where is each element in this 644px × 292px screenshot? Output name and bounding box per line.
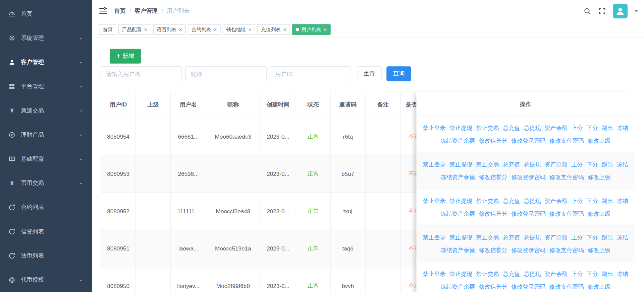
action-modify-credit-score[interactable]: 修改信誉分 <box>479 174 507 181</box>
hamburger-menu-icon[interactable] <box>99 7 108 16</box>
sidebar-item-rapid-trade[interactable]: ¥急速交易 <box>0 98 92 123</box>
close-icon[interactable]: × <box>144 27 147 32</box>
action-total-deposit[interactable]: 总充值 <box>503 125 520 132</box>
action-freeze-asset-balance[interactable]: 冻结资产余额 <box>440 174 475 181</box>
action-deduct-points[interactable]: 下分 <box>587 125 598 132</box>
action-asset-balance[interactable]: 资产余额 <box>545 161 568 168</box>
action-total-withdraw[interactable]: 总提现 <box>524 161 541 168</box>
action-modify-credit-score[interactable]: 修改信誉分 <box>479 137 507 145</box>
breadcrumb-customer-management[interactable]: 客户管理 <box>135 7 158 15</box>
action-modify-pay-password[interactable]: 修改支付密码 <box>549 247 584 254</box>
action-freeze-asset-balance[interactable]: 冻结资产余额 <box>440 283 475 291</box>
nickname-input[interactable] <box>185 66 266 81</box>
action-forbid-login[interactable]: 禁止登录 <box>423 125 446 132</box>
action-modify-parent[interactable]: 修改上级 <box>588 247 611 254</box>
close-icon[interactable]: × <box>249 27 252 32</box>
tab-user-list[interactable]: 用户列表× <box>292 24 331 35</box>
action-total-withdraw[interactable]: 总提现 <box>524 271 541 278</box>
action-forbid-withdraw[interactable]: 禁止提现 <box>449 161 473 168</box>
fullscreen-icon[interactable] <box>598 7 606 15</box>
action-modify-pay-password[interactable]: 修改支付密码 <box>549 137 584 145</box>
action-asset-balance[interactable]: 资产余额 <box>545 271 568 278</box>
close-icon[interactable]: × <box>179 27 182 32</box>
action-modify-pay-password[interactable]: 修改支付密码 <box>549 174 584 181</box>
action-freeze[interactable]: 冻结 <box>617 161 628 168</box>
action-freeze-asset-balance[interactable]: 冻结资产余额 <box>440 247 475 254</box>
action-modify-login-password[interactable]: 修改登录密码 <box>511 210 546 218</box>
close-icon[interactable]: × <box>214 27 217 32</box>
action-total-withdraw[interactable]: 总提现 <box>524 234 541 241</box>
action-modify-pay-password[interactable]: 修改支付密码 <box>549 283 584 291</box>
action-add-points[interactable]: 上分 <box>571 234 583 241</box>
action-freeze[interactable]: 冻结 <box>617 271 628 278</box>
tab-home[interactable]: 首页 <box>99 24 116 35</box>
action-total-withdraw[interactable]: 总提现 <box>524 198 541 205</box>
action-forbid-login[interactable]: 禁止登录 <box>423 198 446 205</box>
action-forbid-withdraw[interactable]: 禁止提现 <box>449 125 473 132</box>
action-forbid-trade[interactable]: 禁止交易 <box>476 271 499 278</box>
action-modify-pay-password[interactable]: 修改支付密码 <box>549 210 584 218</box>
action-forbid-login[interactable]: 禁止登录 <box>423 271 446 278</box>
sidebar-item-token-auth[interactable]: 代币授权 <box>0 268 92 292</box>
action-modify-credit-score[interactable]: 修改信誉分 <box>479 210 507 218</box>
action-forbid-login[interactable]: 禁止登录 <box>423 234 446 241</box>
action-asset-balance[interactable]: 资产余额 <box>545 198 568 205</box>
action-total-deposit[interactable]: 总充值 <box>503 198 520 205</box>
action-asset-balance[interactable]: 资产余额 <box>545 234 568 241</box>
action-forbid-login[interactable]: 禁止登录 <box>423 161 446 168</box>
action-modify-parent[interactable]: 修改上级 <box>588 210 611 218</box>
avatar[interactable] <box>613 4 628 18</box>
action-modify-credit-score[interactable]: 修改信誉分 <box>479 247 507 254</box>
action-add-points[interactable]: 上分 <box>571 125 583 132</box>
sidebar-item-wealth-products[interactable]: 理财产品 <box>0 123 92 147</box>
action-modify-login-password[interactable]: 修改登录密码 <box>511 247 546 254</box>
action-freeze[interactable]: 冻结 <box>617 198 628 205</box>
action-modify-parent[interactable]: 修改上级 <box>588 283 611 291</box>
action-forbid-withdraw[interactable]: 禁止提现 <box>449 198 473 205</box>
action-kick-out[interactable]: 踢出 <box>602 198 613 205</box>
action-forbid-trade[interactable]: 禁止交易 <box>476 234 499 241</box>
action-freeze[interactable]: 冻结 <box>617 125 628 132</box>
userid-input[interactable] <box>270 66 351 81</box>
tab-wallet-address[interactable]: 钱包地址× <box>222 24 255 35</box>
search-button[interactable]: 查询 <box>386 66 411 81</box>
sidebar-item-fiat-list[interactable]: 法币列表 <box>0 243 92 268</box>
action-freeze-asset-balance[interactable]: 冻结资产余额 <box>440 137 475 145</box>
add-button[interactable]: + 新增 <box>110 49 141 64</box>
sidebar-item-contract-list[interactable]: 合约列表 <box>0 195 92 219</box>
action-modify-credit-score[interactable]: 修改信誉分 <box>479 283 507 291</box>
action-deduct-points[interactable]: 下分 <box>587 198 598 205</box>
action-add-points[interactable]: 上分 <box>571 161 583 168</box>
sidebar-item-system-management[interactable]: 系统管理 <box>0 26 92 50</box>
close-icon[interactable]: × <box>283 27 286 32</box>
action-modify-login-password[interactable]: 修改登录密码 <box>511 174 546 181</box>
action-forbid-trade[interactable]: 禁止交易 <box>476 198 499 205</box>
search-icon[interactable] <box>583 7 591 15</box>
action-total-deposit[interactable]: 总充值 <box>503 161 520 168</box>
tab-product-config[interactable]: 产品配置× <box>118 24 151 35</box>
sidebar-item-basic-config[interactable]: 基础配置 <box>0 147 92 171</box>
action-kick-out[interactable]: 踢出 <box>602 125 613 132</box>
tab-contract-list[interactable]: 合约列表× <box>188 24 220 35</box>
action-kick-out[interactable]: 踢出 <box>602 271 613 278</box>
tab-language-list[interactable]: 语言列表× <box>153 24 185 35</box>
tab-deposit-list[interactable]: 充值列表× <box>257 24 290 35</box>
action-kick-out[interactable]: 踢出 <box>602 234 613 241</box>
action-asset-balance[interactable]: 资产余额 <box>545 125 568 132</box>
action-total-deposit[interactable]: 总充值 <box>503 234 520 241</box>
action-total-withdraw[interactable]: 总提现 <box>524 125 541 132</box>
sidebar-item-customer-management[interactable]: 客户管理 <box>0 50 92 74</box>
reset-button[interactable]: 重置 <box>357 66 381 81</box>
action-forbid-withdraw[interactable]: 禁止提现 <box>449 234 473 241</box>
breadcrumb-home[interactable]: 首页 <box>114 7 125 15</box>
action-freeze-asset-balance[interactable]: 冻结资产余额 <box>440 210 475 218</box>
action-kick-out[interactable]: 踢出 <box>602 161 613 168</box>
action-modify-parent[interactable]: 修改上级 <box>588 174 611 181</box>
sidebar-item-loan-list[interactable]: 借贷列表 <box>0 219 92 243</box>
action-add-points[interactable]: 上分 <box>571 198 583 205</box>
sidebar-item-coin-trade[interactable]: ¥币币交易 <box>0 171 92 195</box>
action-total-deposit[interactable]: 总充值 <box>503 271 520 278</box>
sidebar-item-home[interactable]: 首页 <box>0 2 92 26</box>
action-freeze[interactable]: 冻结 <box>617 234 628 241</box>
username-input[interactable] <box>101 66 182 81</box>
